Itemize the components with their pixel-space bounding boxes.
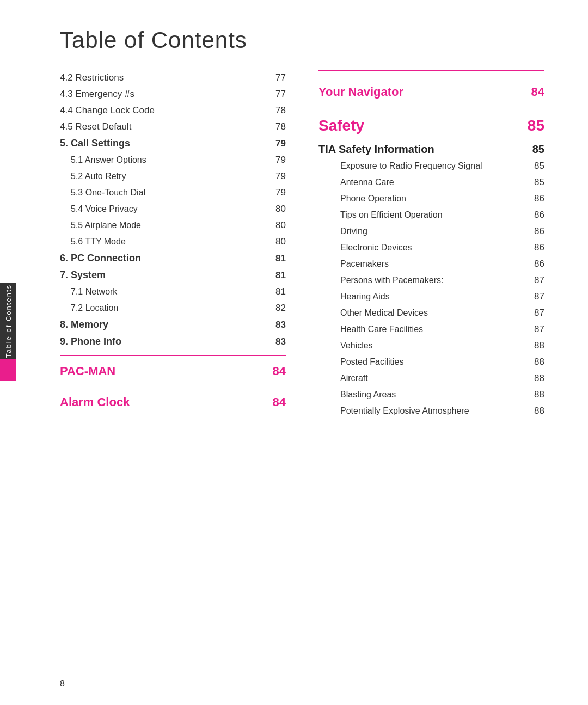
item-page: 85 — [528, 117, 544, 134]
list-item-tia: TIA Safety Information 85 — [318, 139, 544, 158]
list-item: Potentially Explosive Atmosphere 88 — [318, 403, 544, 419]
list-item: 5.2 Auto Retry 79 — [60, 168, 286, 185]
item-page: 86 — [523, 259, 544, 269]
list-item: Blasting Areas 88 — [318, 387, 544, 403]
item-label: Vehicles — [340, 341, 523, 351]
list-item: Tips on Efficient Operation 86 — [318, 207, 544, 223]
item-label: 4.3 Emergency #s — [60, 89, 264, 100]
list-item: Aircraft 88 — [318, 370, 544, 387]
list-item: 9. Phone Info 83 — [60, 333, 286, 350]
item-page: 84 — [264, 395, 286, 409]
list-item: Persons with Pacemakers: 87 — [318, 272, 544, 289]
item-label: Aircraft — [340, 373, 523, 383]
list-item: 7.1 Network 81 — [60, 284, 286, 300]
item-page: 78 — [264, 121, 286, 132]
list-item: Other Medical Devices 87 — [318, 305, 544, 321]
list-item: 5.3 One-Touch Dial 79 — [60, 185, 286, 201]
item-label: Health Care Facilities — [340, 324, 523, 334]
item-label: 7.2 Location — [71, 303, 264, 313]
list-item: 7.2 Location 82 — [60, 300, 286, 316]
item-page: 86 — [523, 226, 544, 237]
red-marker — [0, 359, 16, 381]
item-label: 5.5 Airplane Mode — [71, 220, 264, 230]
item-label: PAC-MAN — [60, 364, 264, 378]
item-label: Electronic Devices — [340, 243, 523, 253]
item-label: Driving — [340, 226, 523, 236]
list-item: Posted Facilities 88 — [318, 354, 544, 370]
item-page: 79 — [264, 187, 286, 198]
list-item: 4.3 Emergency #s 77 — [60, 86, 286, 102]
item-label: Posted Facilities — [340, 357, 523, 367]
item-page: 77 — [264, 89, 286, 100]
list-item: Exposure to Radio Frequency Signal 85 — [318, 158, 544, 174]
item-page: 88 — [523, 406, 544, 416]
item-page: 80 — [264, 204, 286, 214]
item-label: Your Navigator — [318, 85, 403, 99]
item-label: Antenna Care — [340, 177, 523, 187]
item-page: 84 — [531, 85, 544, 99]
list-item: Pacemakers 86 — [318, 256, 544, 272]
item-label: Other Medical Devices — [340, 308, 523, 318]
list-item: Phone Operation 86 — [318, 191, 544, 207]
list-item: 5.6 TTY Mode 80 — [60, 234, 286, 250]
item-page: 80 — [264, 220, 286, 231]
item-page: 81 — [264, 270, 286, 281]
item-label: Pacemakers — [340, 259, 523, 269]
list-item: 6. PC Connection 81 — [60, 250, 286, 267]
content-wrapper: 4.2 Restrictions 77 4.3 Emergency #s 77 … — [0, 70, 588, 456]
list-item: Health Care Facilities 87 — [318, 321, 544, 338]
divider-alarm-bottom — [60, 418, 286, 418]
item-page: 85 — [523, 177, 544, 188]
item-label: Exposure to Radio Frequency Signal — [340, 161, 523, 171]
list-item-alarm-clock: Alarm Clock 84 — [60, 393, 286, 412]
item-page: 81 — [264, 286, 286, 297]
item-page: 82 — [264, 303, 286, 314]
item-page: 88 — [523, 389, 544, 400]
item-page: 81 — [264, 253, 286, 264]
item-page: 87 — [523, 275, 544, 286]
item-page: 87 — [523, 324, 544, 335]
side-tab: Table of Contents — [0, 283, 16, 359]
item-label: Hearing Aids — [340, 292, 523, 302]
item-label: 5.2 Auto Retry — [71, 171, 264, 181]
list-item-safety: Safety 85 — [318, 114, 544, 139]
footer-line — [60, 675, 93, 675]
right-column: Your Navigator 84 Safety 85 TIA Safety I… — [318, 70, 544, 424]
item-label: 7.1 Network — [71, 287, 264, 297]
list-item: 4.2 Restrictions 77 — [60, 70, 286, 86]
list-item: Hearing Aids 87 — [318, 289, 544, 305]
list-item: Electronic Devices 86 — [318, 240, 544, 256]
item-page: 85 — [532, 143, 544, 156]
item-page: 78 — [264, 105, 286, 116]
item-label: 8. Memory — [60, 319, 264, 330]
item-label: Persons with Pacemakers: — [340, 275, 523, 285]
item-page: 80 — [264, 236, 286, 247]
item-label: 4.2 Restrictions — [60, 72, 264, 83]
item-page: 88 — [523, 340, 544, 351]
item-page: 79 — [264, 138, 286, 149]
side-tab-label: Table of Contents — [4, 284, 13, 358]
item-page: 83 — [264, 320, 286, 330]
item-page: 85 — [523, 161, 544, 171]
divider-navigator — [318, 108, 544, 108]
item-page: 86 — [523, 242, 544, 253]
list-item: 5. Call Settings 79 — [60, 135, 286, 152]
item-label: 5.1 Answer Options — [71, 155, 264, 165]
page-title: Table of Contents — [0, 0, 588, 70]
list-item: 5.4 Voice Privacy 80 — [60, 201, 286, 217]
item-page: 87 — [523, 291, 544, 302]
list-item-pacman: PAC-MAN 84 — [60, 361, 286, 381]
list-item-your-navigator: Your Navigator 84 — [318, 78, 544, 102]
item-label: 4.5 Reset Default — [60, 121, 264, 132]
list-item: 7. System 81 — [60, 267, 286, 284]
item-label: 6. PC Connection — [60, 253, 264, 264]
list-item: 5.1 Answer Options 79 — [60, 152, 286, 168]
item-page: 84 — [264, 364, 286, 378]
list-item: 8. Memory 83 — [60, 316, 286, 333]
item-label: Phone Operation — [340, 194, 523, 204]
item-label: 5.3 One-Touch Dial — [71, 188, 264, 198]
list-item: 4.4 Change Lock Code 78 — [60, 102, 286, 119]
item-page: 86 — [523, 193, 544, 204]
item-page: 88 — [523, 357, 544, 367]
list-item: 4.5 Reset Default 78 — [60, 119, 286, 135]
